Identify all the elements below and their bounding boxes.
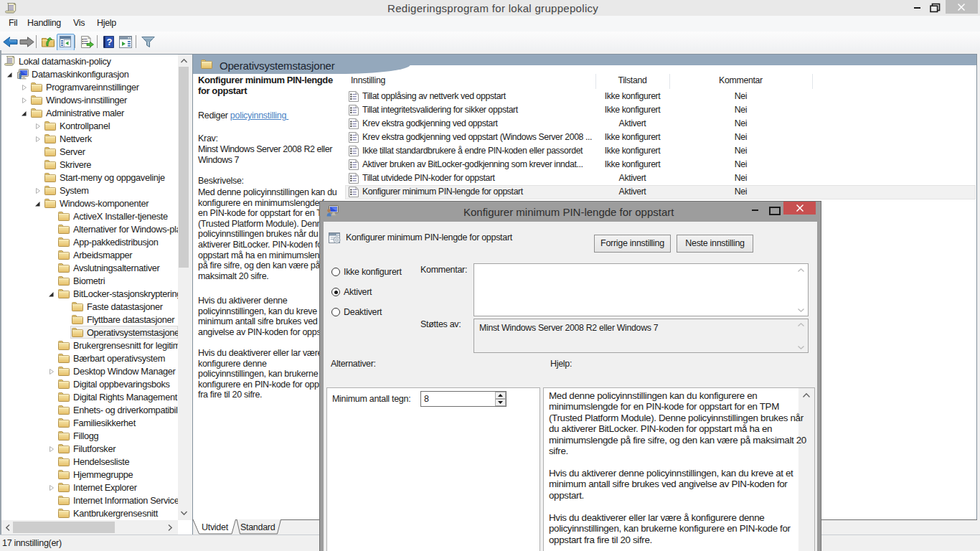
svg-text:?: ? [107,37,113,47]
